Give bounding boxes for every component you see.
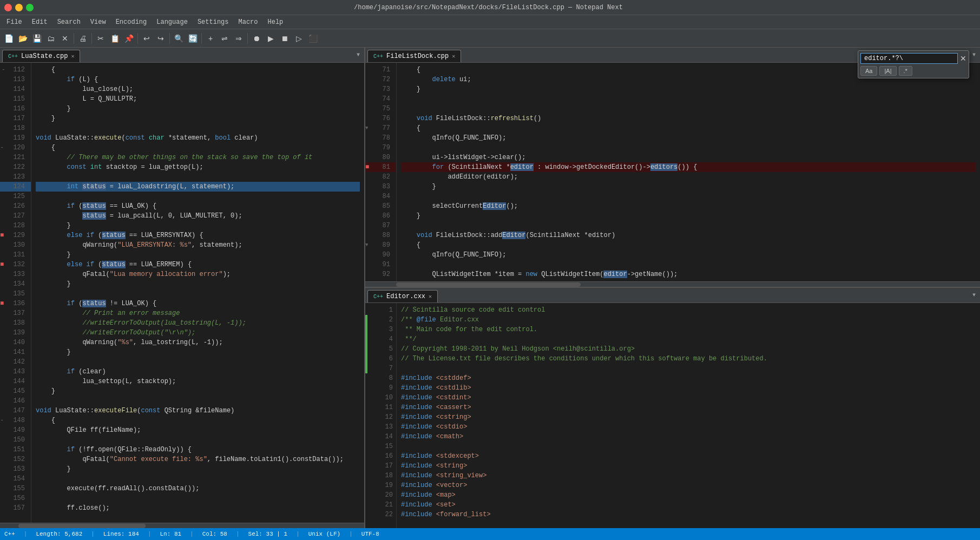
new-button[interactable]: 📄 — [2, 32, 15, 45]
indent-button[interactable]: ⇒ — [232, 32, 245, 45]
close-button[interactable] — [4, 4, 12, 11]
separator-2 — [91, 33, 92, 44]
window-controls[interactable] — [4, 4, 34, 11]
tab-label-luastate: LuaState.cpp — [21, 52, 68, 60]
stop-button[interactable]: ⏹ — [278, 32, 291, 45]
search-aa-button[interactable]: Aa — [860, 66, 877, 76]
right-bottom-code-content[interactable]: // Scintilla source code edit control /*… — [397, 303, 980, 528]
right-top-tab-bar: C++ FileListDock.cpp ✕ ▼ ✕ Aa — [365, 48, 980, 63]
maximize-button[interactable] — [26, 4, 34, 11]
right-top-scrollbar[interactable] — [365, 281, 980, 287]
status-bar: C++ | Length: 5,682 | Lines: 184 | Ln: 8… — [0, 528, 980, 540]
status-length: Length: 5,682 — [36, 531, 82, 537]
redo-button[interactable]: ↪ — [154, 32, 167, 45]
right-bottom-pane: C++ Editor.cxx ✕ ▼ — [365, 288, 980, 528]
tab-icon-left: C++ — [8, 54, 18, 60]
status-col: Col: 58 — [202, 531, 227, 537]
tab-filelistdock[interactable]: C++ FileListDock.cpp ✕ — [367, 50, 461, 62]
print-button[interactable]: 🖨 — [76, 32, 89, 45]
tab-close-editor[interactable]: ✕ — [429, 293, 432, 300]
tab-editor-cxx[interactable]: C++ Editor.cxx ✕ — [367, 290, 438, 302]
right-top-code-content[interactable]: { delete ui; } void FileListDock::refres… — [397, 63, 980, 281]
search-input-row: ✕ — [860, 53, 966, 64]
right-top-code-area[interactable]: 71 72 73 74 75 76 ▼77 78 79 80 ■81 82 — [365, 63, 980, 281]
save-button[interactable]: 💾 — [30, 32, 43, 45]
separator-4 — [169, 33, 170, 44]
status-encoding[interactable]: UTF-8 — [361, 531, 379, 537]
menu-view[interactable]: View — [86, 17, 110, 27]
undo-button[interactable]: ↩ — [140, 32, 153, 45]
main-area: C++ LuaState.cpp ✕ ▼ -112 113 114 115 — [0, 48, 980, 528]
window-title: /home/japanoise/src/NotepadNext/docks/Fi… — [34, 4, 943, 11]
run-button[interactable]: ▷ — [292, 32, 305, 45]
menu-language[interactable]: Language — [152, 17, 192, 27]
left-editor-pane: C++ LuaState.cpp ✕ ▼ -112 113 114 115 — [0, 48, 365, 528]
search-clear-button[interactable]: ✕ — [960, 54, 966, 63]
wordwrap-button[interactable]: ⇌ — [218, 32, 231, 45]
toolbar: 📄 📂 💾 🗂 ✕ 🖨 ✂ 📋 📌 ↩ ↪ 🔍 🔄 + ⇌ ⇒ ⏺ ▶ ⏹ ▷ … — [0, 29, 980, 48]
separator-6 — [247, 33, 248, 44]
tab-label-filelistdock: FileListDock.cpp — [386, 52, 449, 60]
search-panel: ✕ Aa |A| .* — [858, 50, 969, 78]
separator-5 — [201, 33, 202, 44]
status-eol[interactable]: Unix (LF) — [308, 531, 340, 537]
tab-scroll-arrow[interactable]: ▼ — [353, 51, 363, 59]
tab-close-luastate[interactable]: ✕ — [71, 53, 74, 60]
menu-encoding[interactable]: Encoding — [111, 17, 152, 27]
search-buttons: Aa |A| .* — [860, 66, 966, 76]
find-button[interactable]: 🔍 — [172, 32, 185, 45]
right-editor-pane: C++ FileListDock.cpp ✕ ▼ ✕ Aa — [365, 48, 980, 528]
menu-edit[interactable]: Edit — [28, 17, 52, 27]
tab-icon-filelistdock: C++ — [373, 54, 383, 60]
separator-3 — [137, 33, 138, 44]
minimize-button[interactable] — [15, 4, 23, 11]
tab-icon-editor: C++ — [373, 294, 383, 300]
menu-bar: File Edit Search View Encoding Language … — [0, 15, 980, 29]
tab-label-editor: Editor.cxx — [386, 293, 425, 300]
status-lines: Lines: 184 — [103, 531, 139, 537]
menu-settings[interactable]: Settings — [193, 17, 233, 27]
search-dot-button[interactable]: .* — [899, 66, 912, 76]
paste-button[interactable]: 📌 — [122, 32, 135, 45]
menu-macro[interactable]: Macro — [234, 17, 262, 27]
left-scrollbar-h[interactable] — [0, 523, 364, 528]
status-ln: Ln: 81 — [160, 531, 181, 537]
left-code-content[interactable]: { if (L) { lua_close(L); L = Q_NULLPTR; … — [31, 63, 364, 523]
record-button[interactable]: ⏺ — [250, 32, 263, 45]
zoom-in-button[interactable]: + — [204, 32, 217, 45]
cut-button[interactable]: ✂ — [94, 32, 107, 45]
menu-search[interactable]: Search — [53, 17, 85, 27]
search-ab-button[interactable]: |A| — [879, 66, 896, 76]
tab-luastate[interactable]: C++ LuaState.cpp ✕ — [2, 50, 80, 62]
left-code-area: -112 113 114 115 116 117 118 119 -120 12… — [0, 63, 364, 528]
replace-button[interactable]: 🔄 — [186, 32, 199, 45]
right-bottom-code-area[interactable]: 1 2 3 4 5 6 7 8 9 10 11 12 13 — [365, 303, 980, 528]
status-language[interactable]: C++ — [4, 531, 15, 537]
open-button[interactable]: 📂 — [16, 32, 29, 45]
save-all-button[interactable]: 🗂 — [44, 32, 57, 45]
right-top-pane: C++ FileListDock.cpp ✕ ▼ ✕ Aa — [365, 48, 980, 288]
close-button-tb[interactable]: ✕ — [58, 32, 71, 45]
search-input[interactable] — [860, 53, 958, 64]
separator-1 — [74, 33, 74, 44]
right-top-tab-arrow[interactable]: ▼ — [969, 51, 979, 59]
right-bottom-tab-bar: C++ Editor.cxx ✕ ▼ — [365, 288, 980, 303]
tab-close-filelistdock[interactable]: ✕ — [452, 53, 455, 60]
menu-help[interactable]: Help — [264, 17, 288, 27]
status-sel: Sel: 33 | 1 — [248, 531, 288, 537]
right-bottom-tab-arrow[interactable]: ▼ — [969, 291, 979, 299]
copy-button[interactable]: 📋 — [108, 32, 121, 45]
play-button[interactable]: ▶ — [264, 32, 277, 45]
title-bar: /home/japanoise/src/NotepadNext/docks/Fi… — [0, 0, 980, 15]
menu-file[interactable]: File — [2, 17, 27, 27]
extra-button[interactable]: ⬛ — [306, 32, 319, 45]
left-tab-bar: C++ LuaState.cpp ✕ ▼ — [0, 48, 364, 63]
